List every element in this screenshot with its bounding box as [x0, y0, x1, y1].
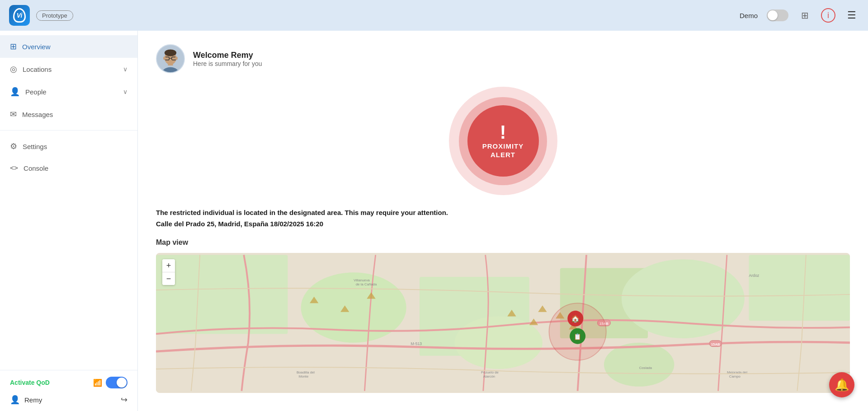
alert-text: PROXIMITY ALERT [482, 142, 524, 159]
settings-icon: ⚙ [10, 141, 17, 151]
welcome-title: Welcome Remy [193, 51, 262, 60]
svg-text:15AB: 15AB [711, 342, 720, 346]
info-icon[interactable]: i [821, 8, 835, 23]
zoom-controls: + − [162, 259, 175, 285]
qod-label: Activate QoD [10, 379, 90, 386]
sidebar-item-settings[interactable]: ⚙ Settings [0, 135, 137, 158]
alert-line2: ALERT [491, 151, 515, 159]
zoom-out-button[interactable]: − [162, 272, 175, 285]
people-icon: 👤 [10, 87, 20, 97]
svg-point-9 [175, 56, 178, 60]
svg-point-8 [163, 56, 166, 60]
sidebar-label-overview: Overview [22, 43, 127, 51]
avatar [156, 44, 185, 73]
alert-message-text: The restricted individual is located in … [156, 209, 850, 216]
sidebar-item-locations[interactable]: ◎ Locations ∨ [0, 58, 137, 80]
avatar-svg [157, 44, 184, 73]
svg-text:Campo: Campo [729, 374, 741, 378]
map-container[interactable]: M-513 Boadilla del Monte Pozuelo de Alar… [156, 253, 850, 393]
header-right: Demo ⊞ i ☰ [740, 8, 859, 23]
sidebar-label-locations: Locations [23, 65, 118, 73]
sidebar-item-people[interactable]: 👤 People ∨ [0, 80, 137, 103]
user-name: Remy [24, 396, 116, 404]
locations-chevron: ∨ [123, 65, 127, 73]
map-svg: M-513 Boadilla del Monte Pozuelo de Alar… [156, 253, 850, 393]
zoom-in-button[interactable]: + [162, 259, 175, 272]
sidebar-label-console: Console [24, 164, 127, 172]
prototype-badge: Prototype [36, 10, 73, 21]
notification-bell[interactable]: 🔔 [829, 372, 854, 397]
sidebar-bottom: Activate QoD 📶 👤 Remy ↪ [0, 370, 137, 411]
svg-point-14 [301, 272, 406, 342]
main-content: Welcome Remy Here is summary for you ! P… [138, 31, 868, 411]
user-avatar-icon: 👤 [10, 395, 20, 405]
sidebar: ⊞ Overview ◎ Locations ∨ 👤 People ∨ ✉ Me… [0, 31, 138, 411]
svg-text:M-513: M-513 [410, 341, 422, 346]
header: Vi Prototype Demo ⊞ i ☰ [0, 0, 868, 31]
logout-icon[interactable]: ↪ [121, 395, 127, 405]
sidebar-label-messages: Messages [22, 111, 127, 118]
sidebar-item-overview[interactable]: ⊞ Overview [0, 35, 137, 58]
alert-location-text: Calle del Prado 25, Madrid, España 18/02… [156, 220, 850, 228]
alert-container: ! PROXIMITY ALERT [156, 87, 850, 195]
demo-toggle[interactable] [767, 9, 788, 21]
svg-text:Boadilla del: Boadilla del [297, 370, 315, 374]
sidebar-label-people: People [25, 88, 118, 96]
grid-icon[interactable]: ⊞ [797, 8, 812, 23]
wifi-icon: 📶 [93, 378, 102, 387]
svg-text:📋: 📋 [574, 333, 581, 341]
logo-shield: Vi [13, 8, 26, 23]
svg-rect-11 [156, 255, 288, 334]
console-icon: <> [10, 164, 18, 172]
svg-text:Monte: Monte [299, 374, 309, 378]
alert-outer-ring: ! PROXIMITY ALERT [449, 87, 557, 195]
messages-icon: ✉ [10, 109, 17, 119]
svg-text:Ardoz: Ardoz [749, 273, 760, 278]
welcome-subtitle: Here is summary for you [193, 60, 262, 67]
logo-text: Vi [17, 12, 23, 19]
svg-point-4 [165, 49, 176, 56]
map-pin-person: 📋 [570, 328, 585, 344]
welcome-row: Welcome Remy Here is summary for you [156, 44, 850, 73]
locations-icon: ◎ [10, 64, 17, 74]
svg-text:🏠: 🏠 [571, 314, 580, 323]
qod-toggle[interactable] [106, 377, 127, 388]
sidebar-label-settings: Settings [23, 143, 127, 150]
logo: Vi [9, 5, 30, 26]
svg-text:de la Cañada: de la Cañada [356, 282, 377, 286]
bell-icon: 🔔 [835, 378, 849, 392]
svg-text:Alarcón: Alarcón [483, 374, 495, 378]
svg-text:Villanueva: Villanueva [354, 278, 370, 282]
content-inner: Welcome Remy Here is summary for you ! P… [138, 31, 868, 411]
map-pin-home: 🏠 [567, 311, 583, 327]
svg-point-15 [455, 316, 542, 369]
alert-middle-ring: ! PROXIMITY ALERT [459, 97, 547, 185]
people-chevron: ∨ [123, 88, 127, 95]
user-row: 👤 Remy ↪ [10, 395, 127, 405]
alert-inner-circle: ! PROXIMITY ALERT [467, 105, 539, 177]
svg-point-18 [604, 343, 674, 387]
alert-line1: PROXIMITY [482, 142, 524, 150]
header-left: Vi Prototype [9, 5, 73, 26]
sidebar-item-messages[interactable]: ✉ Messages [0, 103, 137, 126]
demo-label: Demo [740, 12, 758, 19]
main-layout: ⊞ Overview ◎ Locations ∨ 👤 People ∨ ✉ Me… [0, 31, 868, 411]
nav-divider [0, 130, 137, 131]
overview-icon: ⊞ [10, 42, 17, 51]
qod-row: Activate QoD 📶 [10, 377, 127, 388]
welcome-text: Welcome Remy Here is summary for you [193, 51, 262, 67]
sidebar-item-console[interactable]: <> Console [0, 158, 137, 178]
map-title: Map view [156, 238, 850, 247]
alert-exclamation: ! [500, 123, 506, 142]
svg-rect-17 [749, 255, 850, 321]
svg-text:Coslada: Coslada [639, 366, 652, 370]
menu-icon[interactable]: ☰ [844, 8, 859, 23]
sidebar-nav: ⊞ Overview ◎ Locations ∨ 👤 People ∨ ✉ Me… [0, 31, 137, 370]
